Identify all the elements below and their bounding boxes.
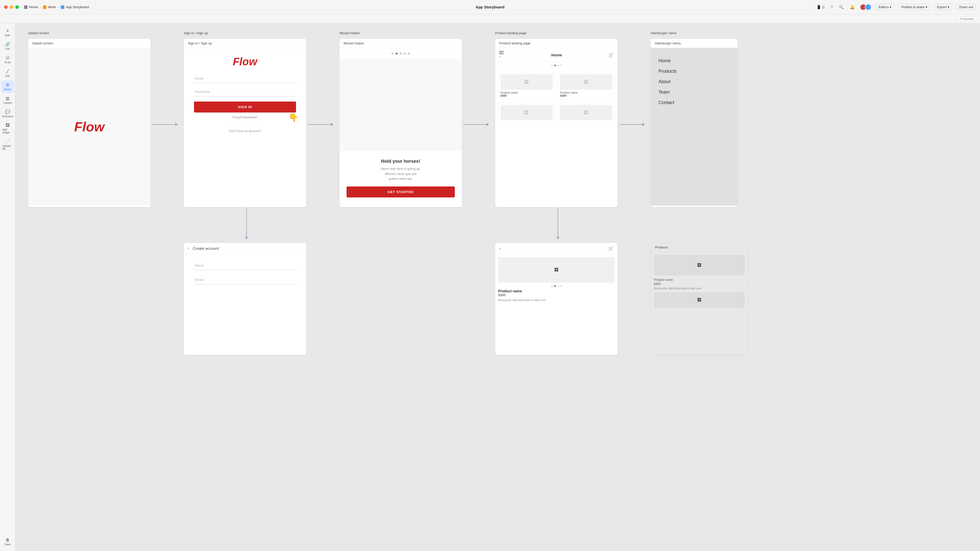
work-icon: [43, 5, 46, 9]
close-button[interactable]: [4, 5, 8, 9]
export-button[interactable]: Export ▾: [934, 4, 953, 10]
breadcrumb-home[interactable]: Home: [24, 5, 38, 9]
titlebar: Home › Work › App Storyboard App Storybo…: [0, 0, 980, 14]
breadcrumb-home-label: Home: [29, 5, 38, 9]
traffic-lights: [4, 5, 19, 9]
breadcrumb-work[interactable]: Work: [43, 5, 56, 9]
minimize-button[interactable]: [10, 5, 13, 9]
fullscreen-button[interactable]: [15, 5, 19, 9]
unsorted-badge: 0 Unsorted: [958, 17, 976, 21]
titlebar-actions: 📱 0 ? 🔍 🔔 Editors ▾ Publish & share ▾ Ex…: [815, 4, 976, 11]
help-icon[interactable]: ?: [830, 4, 834, 10]
breadcrumb: Home › Work › App Storyboard: [24, 5, 89, 9]
editors-avatars: [860, 4, 872, 11]
device-icon[interactable]: 📱 0: [815, 4, 826, 11]
editors-button[interactable]: Editors ▾: [876, 4, 894, 10]
home-icon: [24, 5, 27, 9]
notifications-icon[interactable]: 🔔: [849, 4, 856, 11]
breadcrumb-work-label: Work: [48, 5, 56, 9]
page-title: App Storyboard: [476, 5, 504, 9]
breadcrumb-storyboard-label: App Storyboard: [66, 5, 89, 9]
zoom-button[interactable]: Zoom out: [956, 4, 976, 10]
toolbar-row: 0 Unsorted: [0, 14, 980, 24]
search-icon[interactable]: 🔍: [838, 4, 845, 11]
breadcrumb-storyboard[interactable]: App Storyboard: [61, 5, 89, 9]
publish-share-button[interactable]: Publish & share ▾: [898, 4, 930, 10]
avatar: [865, 4, 872, 11]
storyboard-icon: [61, 5, 64, 9]
